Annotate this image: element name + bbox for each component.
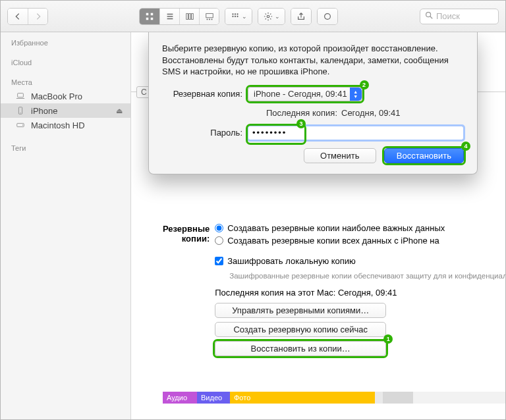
column-view-button[interactable] <box>179 9 199 24</box>
sidebar: Избранное iCloud Места MacBook Pro iPhon… <box>1 32 131 419</box>
last-copy-mac-line: Последняя копия на этот Мас: Сегодня, 09… <box>215 288 505 298</box>
svg-rect-4 <box>186 13 188 19</box>
sidebar-item-iphone[interactable]: iPhone ⏏ <box>1 103 130 118</box>
radio-all-input[interactable] <box>215 236 223 245</box>
backup-label: Резервная копия: <box>162 89 248 99</box>
svg-point-22 <box>20 113 20 113</box>
back-button[interactable] <box>8 9 28 24</box>
encrypt-label: Зашифровать локальную копию <box>227 256 356 266</box>
svg-point-17 <box>267 15 269 18</box>
storage-video-label: Видео <box>201 394 222 402</box>
svg-point-14 <box>232 15 233 16</box>
storage-seg-audio: Аудио <box>163 392 197 404</box>
svg-rect-5 <box>188 13 190 19</box>
last-copy-mac-value: Сегодня, 09:41 <box>338 288 397 298</box>
toolbar: ⌄ ⌄ Поиск <box>1 1 505 32</box>
forward-button[interactable] <box>28 9 47 24</box>
disk-icon <box>15 120 26 130</box>
encrypt-checkbox[interactable] <box>215 257 223 265</box>
svg-rect-3 <box>151 17 154 20</box>
callout-badge-4: 4 <box>461 142 470 151</box>
cancel-button[interactable]: Отменить <box>304 148 376 163</box>
phone-icon <box>15 105 26 116</box>
restore-sheet: Выберите резервную копию, из которой про… <box>148 32 478 174</box>
backup-select-row: Резервная копия: 2 iPhone - Сегодня, 09:… <box>162 87 464 101</box>
share-button-group <box>291 8 312 25</box>
svg-rect-8 <box>206 18 208 20</box>
sidebar-item-macbook[interactable]: MacBook Pro <box>1 89 130 103</box>
gallery-icon <box>205 12 214 21</box>
backup-select-value: iPhone - Сегодня, 09:41 <box>254 89 347 99</box>
search-field[interactable]: Поиск <box>420 9 499 24</box>
storage-bar: Аудио Видео Фото <box>163 392 505 404</box>
gallery-view-button[interactable] <box>199 9 219 24</box>
last-copy-value: Сегодня, 09:41 <box>341 108 401 118</box>
sidebar-heading-icloud: iCloud <box>1 56 130 69</box>
password-label: Пароль: <box>162 128 248 138</box>
backups-label: Резервные копии: <box>163 223 215 244</box>
backup-select[interactable]: iPhone - Сегодня, 09:41 ▲▼ <box>248 87 362 101</box>
sidebar-item-label: iPhone <box>31 106 57 116</box>
last-copy-label: Последняя копия: <box>162 108 341 118</box>
backup-now-button[interactable]: Создать резервную копию сейчас <box>215 322 386 337</box>
manage-backups-button[interactable]: Управлять резервными копиями… <box>215 303 386 318</box>
sheet-message: Выберите резервную копию, из которой про… <box>162 43 464 78</box>
grid-small-icon <box>231 12 240 21</box>
gear-icon <box>264 12 273 21</box>
svg-point-24 <box>22 124 23 125</box>
svg-point-12 <box>234 13 235 14</box>
backups-section: Резервные копии: Создавать резервные коп… <box>163 223 505 360</box>
sidebar-heading-favorites: Избранное <box>1 36 130 49</box>
svg-rect-9 <box>209 18 210 20</box>
nav-buttons <box>7 8 48 25</box>
encrypt-hint: Зашифрованные резервные копии обеспечива… <box>229 271 505 281</box>
sidebar-heading-tags: Теги <box>1 142 130 155</box>
storage-photo-label: Фото <box>234 394 250 402</box>
svg-rect-10 <box>211 18 212 20</box>
sidebar-item-macintosh-hd[interactable]: Macintosh HD <box>1 118 130 132</box>
storage-audio-label: Аудио <box>167 394 187 402</box>
arrange-button[interactable]: ⌄ <box>225 9 252 24</box>
chevron-left-icon <box>13 12 22 21</box>
list-view-button[interactable] <box>159 9 179 24</box>
sheet-buttons: Отменить 4 Восстановить <box>162 148 464 163</box>
callout-badge-3: 3 <box>296 119 306 128</box>
storage-seg-other1 <box>375 392 383 404</box>
sidebar-heading-locations: Места <box>1 76 130 89</box>
restore-from-backup-button[interactable]: Восстановить из копии… <box>215 341 386 356</box>
columns-icon <box>185 12 194 21</box>
password-input[interactable] <box>248 126 464 140</box>
radio-important-data[interactable]: Создавать резервные копии наиболее важны… <box>215 223 505 233</box>
chevron-right-icon <box>34 12 43 21</box>
main-area: С Выберите резервную копию, из которой п… <box>131 32 505 419</box>
storage-seg-video: Видео <box>197 392 230 404</box>
tags-button[interactable] <box>318 9 337 24</box>
icon-view-button[interactable] <box>140 9 159 24</box>
action-button[interactable]: ⌄ <box>258 9 285 24</box>
eject-icon[interactable]: ⏏ <box>116 107 123 115</box>
search-icon <box>424 11 434 22</box>
callout-badge-1: 1 <box>383 334 393 344</box>
arrange-button-group: ⌄ <box>225 8 252 25</box>
share-icon <box>296 12 306 21</box>
last-copy-row: Последняя копия: Сегодня, 09:41 <box>162 108 464 118</box>
restore-button[interactable]: Восстановить <box>384 148 464 163</box>
radio-important-input[interactable] <box>215 224 223 232</box>
svg-rect-2 <box>146 17 149 20</box>
view-switcher <box>139 8 219 25</box>
finder-window: ⌄ ⌄ Поиск И <box>0 0 506 420</box>
sidebar-item-label: MacBook Pro <box>31 92 82 101</box>
svg-rect-0 <box>146 13 149 15</box>
last-copy-mac-label: Последняя копия на этот Мас: <box>215 288 335 298</box>
storage-seg-other2 <box>383 392 413 404</box>
encrypt-row[interactable]: Зашифровать локальную копию Изм <box>215 253 505 269</box>
svg-point-19 <box>426 13 431 17</box>
share-button[interactable] <box>291 9 311 24</box>
list-icon <box>165 12 175 21</box>
window-body: Избранное iCloud Места MacBook Pro iPhon… <box>1 32 505 419</box>
password-row: Пароль: 3 <box>162 126 464 140</box>
action-button-group: ⌄ <box>258 8 285 25</box>
radio-all-data[interactable]: Создавать резервные копии всех данных с … <box>215 236 505 246</box>
svg-point-15 <box>234 15 235 16</box>
svg-rect-20 <box>18 93 24 97</box>
